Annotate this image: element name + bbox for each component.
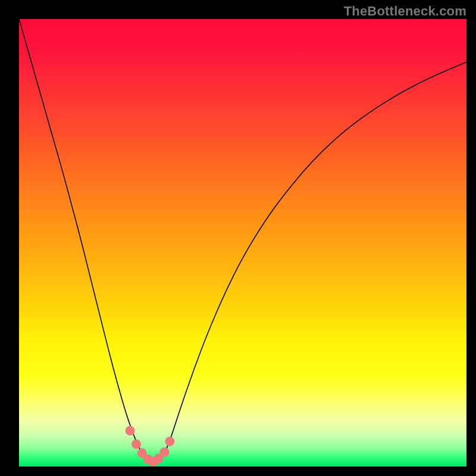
curve-layer (19, 19, 466, 466)
marker-dot (131, 439, 141, 449)
plot-area (19, 19, 466, 466)
bottleneck-curve (19, 19, 466, 462)
marker-dot (165, 437, 174, 446)
outer-frame: TheBottleneck.com (0, 0, 476, 476)
watermark-label: TheBottleneck.com (344, 4, 466, 19)
marker-dot (159, 447, 169, 457)
marker-dot (126, 426, 135, 436)
